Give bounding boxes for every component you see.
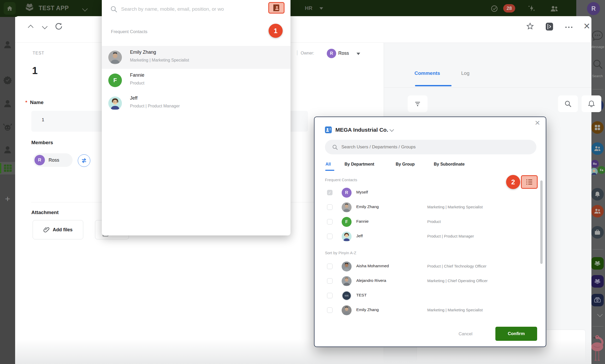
refresh-button[interactable] [55, 22, 63, 30]
checkbox-checked[interactable]: ✓ [327, 190, 333, 195]
member-row-emily[interactable]: Emily Zhang Marketing | Marketing Specia… [315, 200, 539, 215]
owner-label: Owner: [301, 51, 314, 56]
todo-count-badge[interactable]: 28 [503, 4, 515, 13]
ai-assistant-icon[interactable] [528, 4, 536, 12]
member-name: Fannie [356, 219, 369, 224]
transfer-members-button[interactable] [78, 154, 90, 167]
member-picker-modal: × MEGA Industrial Co. All By Department … [314, 117, 546, 347]
sidebar-item-people-2[interactable] [3, 99, 12, 108]
annotated-contact-picker-button[interactable] [268, 2, 284, 14]
tab-log[interactable]: Log [461, 70, 470, 76]
member-row-test[interactable]: 005 TEST [315, 288, 539, 303]
owner-avatar[interactable]: R [327, 49, 336, 58]
checkbox[interactable] [327, 204, 333, 210]
contact-row-jeff[interactable]: Jeff Product | Product Manager [102, 92, 290, 115]
member-row-emily-2[interactable]: Emily Zhang Marketing | Marketing Specia… [315, 303, 539, 318]
member-dept: Product | Product Manager [427, 234, 474, 238]
owner-name[interactable]: Ross [338, 51, 349, 56]
subscribe-comments-button[interactable] [582, 95, 601, 112]
rail-app-green-brick-icon[interactable] [591, 257, 604, 270]
contacts-icon[interactable] [550, 5, 559, 13]
rail-mini-avatar-ro[interactable]: Ro [591, 160, 599, 168]
table-grid-icon [4, 164, 12, 172]
member-name: Emily Zhang [356, 307, 379, 312]
sidebar-item-approvals[interactable] [3, 76, 12, 84]
app-switch-chevron-icon[interactable] [82, 6, 88, 11]
checkbox[interactable] [327, 278, 333, 284]
owner-dropdown-icon[interactable] [357, 53, 360, 55]
checkbox[interactable] [327, 264, 333, 269]
more-options-button[interactable] [565, 27, 576, 28]
search-icon [110, 6, 117, 13]
rail-workbench-icon[interactable] [591, 226, 604, 239]
sidebar-item-people-1[interactable] [3, 40, 12, 49]
filter-comments-button[interactable] [408, 95, 428, 112]
modal-search-input[interactable] [341, 144, 525, 150]
app-title[interactable]: TEST APP [39, 5, 69, 12]
add-files-button[interactable]: Add files [33, 220, 83, 239]
rail-hr-people-icon[interactable] [591, 205, 604, 217]
avatar: F [108, 74, 122, 87]
rail-mini-avatar-photo[interactable] [590, 168, 598, 175]
todo-icon[interactable] [491, 5, 498, 12]
rail-app-expense-icon[interactable] [591, 294, 604, 306]
name-field-label: Name [30, 100, 44, 105]
message-icon[interactable] [592, 30, 603, 41]
rail-search-icon[interactable] [592, 59, 603, 69]
avatar [342, 202, 352, 212]
checkbox[interactable] [327, 219, 333, 225]
close-modal-button[interactable]: × [535, 118, 540, 128]
member-chip[interactable]: R Ross [33, 153, 73, 167]
workspace-label[interactable]: HR [305, 5, 312, 11]
checkbox[interactable] [327, 307, 333, 313]
tab-by-subordinate[interactable]: By Subordinate [434, 162, 465, 167]
side-panel-button[interactable] [545, 22, 553, 31]
contact-row-emily[interactable]: Emily Zhang Marketing | Marketing Specia… [102, 46, 290, 69]
prev-record-button[interactable] [28, 25, 33, 30]
annotation-badge-1: 1 [269, 24, 283, 38]
tab-by-group[interactable]: By Group [396, 162, 415, 167]
rail-mini-avatar-fa[interactable]: Fa [598, 166, 605, 174]
member-row-aisha[interactable]: Aisha Mohammed Product | Chief Technolog… [315, 259, 539, 274]
checkbox[interactable] [327, 234, 333, 239]
attachment-field-label: Attachment [31, 210, 59, 215]
rail-expand-chevron-icon[interactable] [597, 312, 603, 317]
company-switch-chevron-icon[interactable] [390, 128, 394, 132]
member-row-fannie[interactable]: F Fannie Product [315, 215, 539, 229]
close-dialog-button[interactable]: × [584, 20, 590, 32]
confirm-button[interactable]: Confirm [495, 327, 537, 341]
sidebar-item-bot[interactable] [3, 123, 12, 131]
search-comments-button[interactable] [558, 95, 578, 112]
sidebar-item-people-3[interactable] [3, 145, 12, 154]
cancel-button[interactable]: Cancel [459, 331, 472, 337]
filter-icon [414, 101, 421, 107]
top-bar: TEST APP HR 28 [0, 0, 605, 17]
contact-search-input[interactable] [121, 4, 265, 15]
rail-app-grid-icon[interactable] [591, 121, 604, 134]
member-row-jeff[interactable]: Jeff Product | Product Manager [315, 229, 539, 244]
checkbox[interactable] [327, 293, 333, 298]
avatar: F [342, 217, 352, 227]
home-button[interactable] [4, 2, 16, 15]
member-row-myself[interactable]: ✓ R Myself [315, 185, 539, 200]
favorite-button[interactable] [526, 22, 534, 30]
workspace-dropdown-icon[interactable] [319, 7, 323, 10]
annotated-list-view-button[interactable] [521, 175, 538, 189]
rail-notifications-icon[interactable] [591, 188, 604, 201]
rail-user-avatar[interactable]: R [587, 2, 600, 15]
contact-row-fannie[interactable]: F Fannie Product [102, 69, 290, 92]
contact-detail: Product | Product Manager [130, 104, 180, 108]
rail-app-purple-brick-icon[interactable] [591, 275, 604, 288]
sidebar-add-button[interactable]: + [5, 194, 10, 204]
member-row-alejandro[interactable]: Alejandro Rivera Marketing | Chief Opera… [315, 274, 539, 288]
add-files-label: Add files [53, 227, 73, 233]
company-name[interactable]: MEGA Industrial Co. [335, 127, 388, 133]
next-record-button[interactable] [42, 24, 48, 29]
tab-all[interactable]: All [325, 162, 331, 167]
tab-comments[interactable]: Comments [414, 70, 440, 76]
avatar [342, 276, 352, 286]
sidebar-item-active-table[interactable] [0, 162, 15, 174]
tab-by-department[interactable]: By Department [345, 162, 374, 167]
rail-app-people-icon[interactable] [591, 142, 604, 155]
modal-scrollbar[interactable] [540, 180, 543, 264]
